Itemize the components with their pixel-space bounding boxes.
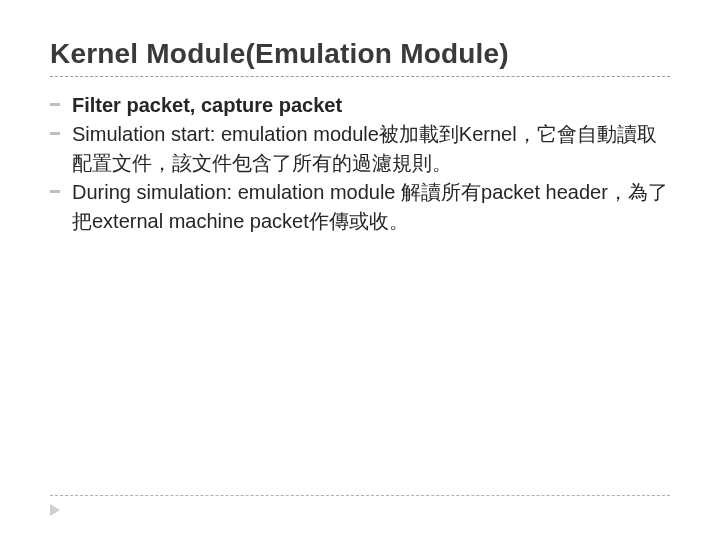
- list-item: Simulation start: emulation module被加載到Ke…: [50, 120, 670, 178]
- slide: Kernel Module(Emulation Module) Filter p…: [0, 0, 720, 540]
- title-divider: [50, 76, 670, 77]
- bullet-text: During simulation: emulation module 解讀所有…: [72, 181, 668, 232]
- play-icon: [50, 504, 60, 516]
- bullet-list: Filter packet, capture packet Simulation…: [50, 91, 670, 236]
- footer-divider: [50, 495, 670, 496]
- slide-title: Kernel Module(Emulation Module): [50, 38, 670, 70]
- bullet-text: Simulation start: emulation module被加載到Ke…: [72, 123, 657, 174]
- bullet-text: Filter packet, capture packet: [72, 94, 342, 116]
- list-item: Filter packet, capture packet: [50, 91, 670, 120]
- list-item: During simulation: emulation module 解讀所有…: [50, 178, 670, 236]
